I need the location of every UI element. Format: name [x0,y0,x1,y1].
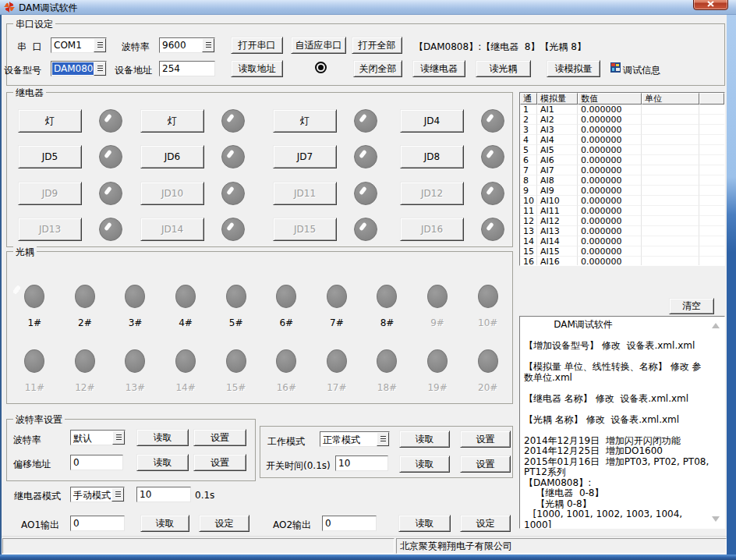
baud-label: 波特率 [122,41,150,54]
relay-button-7[interactable]: JD7 [273,145,337,168]
close-icon [707,1,714,7]
analog-table-cell [642,246,699,257]
relay-led-8 [481,145,504,168]
relay-mode-combobox[interactable]: 手动模式 [70,487,125,502]
relay-button-13: JD13 [18,218,82,241]
port-combobox[interactable]: COM1 [51,37,107,53]
scroll-up-icon[interactable] [712,323,720,328]
ao1-set-button[interactable]: 设定 [199,515,249,532]
debug-info-icon[interactable] [610,62,621,73]
analog-table-row: 8AI80.000000 [520,175,724,186]
offset-addr-input[interactable] [70,455,123,470]
analog-column-header[interactable]: 单位 [642,93,699,105]
open-port-button[interactable]: 打开串口 [231,37,283,54]
relay-button-15: JD15 [273,218,337,241]
opto-label-3: 3# [129,317,143,328]
scroll-down-icon[interactable] [712,516,720,522]
relay-button-5[interactable]: JD5 [18,145,82,168]
baud-read-button[interactable]: 读取 [136,429,189,446]
analog-table[interactable]: 通模拟量数值单位1AI10.0000002AI20.0000003AI30.00… [519,92,725,266]
work-mode-combobox[interactable]: 正常模式 [320,431,390,447]
relay-button-4[interactable]: JD4 [400,109,464,133]
relay-led-14 [221,218,245,241]
relay-led-7 [354,145,377,168]
ao1-input[interactable] [70,516,125,531]
clear-log-button[interactable]: 清空 [669,298,714,314]
baud-setting-combobox[interactable]: 默认 [70,430,126,445]
analog-table-cell [642,165,699,175]
analog-table-cell [699,105,724,115]
opto-label-15: 15# [226,382,246,393]
relay-led-4 [481,109,504,133]
dropdown-arrow-icon[interactable] [112,431,125,445]
dropdown-arrow-icon[interactable] [202,38,214,52]
analog-table-cell [642,125,699,135]
relay-cell-12: JD12 [400,182,509,205]
analog-column-header[interactable]: 数值 [578,93,642,105]
analog-table-cell [699,145,724,155]
opto-label-4: 4# [179,317,193,328]
analog-table-row: 14AI140.000000 [520,236,724,246]
relay-cell-7: JD7 [273,145,382,168]
open-all-button[interactable]: 打开全部 [352,37,402,54]
dropdown-arrow-icon[interactable] [94,62,106,76]
read-opto-button[interactable]: 读光耦 [476,60,531,77]
relay-led-13 [99,218,122,241]
relay-cell-6: JD6 [140,145,249,168]
opto-led-12 [75,349,95,373]
baud-setting-label: 波特率 [13,434,41,447]
baud-combobox[interactable]: 9600 [159,37,215,53]
close-all-button[interactable]: 关闭全部 [353,60,402,77]
ao2-input[interactable] [322,516,377,531]
analog-column-header[interactable] [699,93,724,105]
analog-table-cell: 8 [520,175,537,186]
relay-cell-8: JD8 [400,145,509,168]
model-combobox[interactable]: DAM0808 [51,61,107,76]
debug-info-label: 调试信息 [623,64,660,77]
analog-column-header[interactable]: 通 [520,93,537,105]
relay-button-1[interactable]: 灯 [18,109,82,133]
analog-table-cell: AI15 [537,246,578,257]
read-addr-button[interactable]: 读取地址 [231,60,283,77]
model-label: 设备型号 [4,64,41,77]
read-relay-button[interactable]: 读继电器 [412,60,465,77]
relay-time-input[interactable] [136,487,191,502]
status-panel-left [2,538,395,554]
debug-log[interactable]: DAM调试软件 【增加设备型号】 修改 设备表.xml.xml 【模拟量 单位、… [519,316,725,529]
baud-settings-group: 波特率设置 波特率 默认 读取 设置 偏移地址 读取 设置 [6,419,256,481]
offset-set-button[interactable]: 设置 [193,454,246,471]
ao2-set-button[interactable]: 设定 [460,515,511,532]
ao1-read-button[interactable]: 读取 [140,515,189,532]
switch-time-read-button[interactable]: 读取 [399,455,450,473]
work-mode-set-button[interactable]: 设置 [460,431,511,448]
switch-time-input[interactable] [335,455,388,471]
title-bar[interactable]: DAM调试软件 [0,0,736,15]
relay-button-2[interactable]: 灯 [140,109,204,133]
analog-column-header[interactable]: 模拟量 [537,93,578,105]
baud-set-button[interactable]: 设置 [193,429,246,446]
dropdown-arrow-icon[interactable] [377,432,389,446]
auto-port-button[interactable]: 自适应串口 [291,37,346,54]
relay-button-3[interactable]: 灯 [273,109,337,133]
relay-button-8[interactable]: JD8 [400,145,464,168]
analog-table-cell [642,257,699,266]
ao1-label: AO1输出 [21,519,59,532]
ao2-read-button[interactable]: 读取 [398,515,451,532]
relay-button-14: JD14 [140,218,204,241]
work-mode-read-button[interactable]: 读取 [399,431,450,448]
analog-table-cell: 0.000000 [578,257,642,266]
switch-time-set-button[interactable]: 设置 [460,455,511,473]
close-button[interactable] [693,0,728,10]
dam-debug-window: { "window": { "title": "DAM调试软件" }, "com… [0,0,736,560]
read-analog-button[interactable]: 读模拟量 [547,60,600,77]
dropdown-arrow-icon[interactable] [111,487,124,502]
opto-label-14: 14# [175,382,195,393]
opto-label-11: 11# [25,382,44,393]
relay-led-5 [99,145,122,168]
device-addr-input[interactable] [159,61,215,76]
dropdown-arrow-icon[interactable] [94,38,106,52]
app-icon [4,2,15,12]
relay-button-6[interactable]: JD6 [140,145,204,168]
offset-read-button[interactable]: 读取 [136,454,189,471]
opto-cell-10: 10# [462,282,513,346]
